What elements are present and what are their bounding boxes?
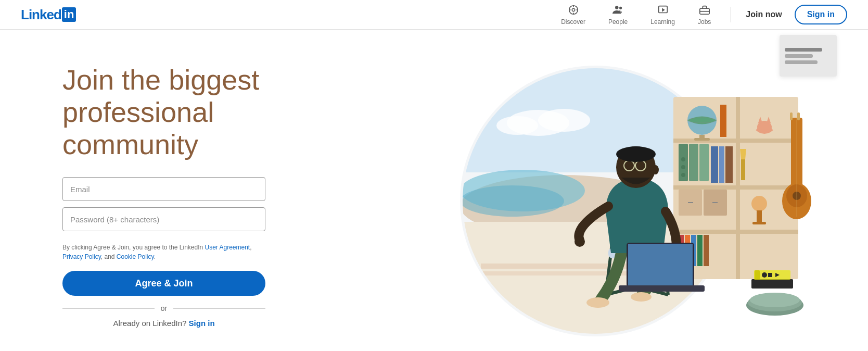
main-illustration xyxy=(377,45,814,336)
svg-point-6 xyxy=(615,6,618,9)
svg-marker-49 xyxy=(740,149,746,159)
learning-icon xyxy=(657,4,669,17)
sign-in-link[interactable]: Sign in xyxy=(189,319,215,328)
logo-box: in xyxy=(62,7,76,22)
email-form-group xyxy=(62,177,291,201)
svg-rect-41 xyxy=(699,144,709,181)
svg-point-17 xyxy=(496,116,538,135)
svg-point-43 xyxy=(681,165,685,169)
password-form-group xyxy=(62,207,291,231)
right-panel xyxy=(323,30,868,351)
header: Linkedin Discover xyxy=(0,0,868,30)
svg-rect-47 xyxy=(725,146,733,183)
svg-point-16 xyxy=(538,109,590,132)
svg-rect-69 xyxy=(751,279,793,289)
logo-text: Linked xyxy=(21,7,61,23)
svg-rect-56 xyxy=(752,222,766,224)
svg-point-88 xyxy=(575,236,585,247)
agree-join-button[interactable]: Agree & Join xyxy=(62,271,265,296)
nav-label-discover: Discover xyxy=(561,18,585,26)
svg-rect-60 xyxy=(697,235,703,266)
svg-point-42 xyxy=(681,157,685,161)
svg-point-87 xyxy=(631,292,652,302)
email-field[interactable] xyxy=(62,177,265,201)
logo: Linkedin xyxy=(21,7,76,23)
nav-item-discover[interactable]: Discover xyxy=(550,0,597,30)
card-line-1 xyxy=(785,48,822,52)
nav-item-learning[interactable]: Learning xyxy=(639,0,686,30)
svg-point-1 xyxy=(572,8,575,11)
svg-rect-72 xyxy=(768,273,772,277)
or-divider: or xyxy=(62,304,265,312)
nav-divider xyxy=(731,7,731,22)
discover-icon xyxy=(568,4,579,17)
nav-label-learning: Learning xyxy=(650,18,675,26)
svg-point-38 xyxy=(760,121,769,130)
headline-line1: Join the biggest xyxy=(62,64,259,95)
svg-rect-48 xyxy=(741,159,745,180)
svg-rect-67 xyxy=(790,112,793,120)
svg-rect-90 xyxy=(628,244,693,285)
sign-in-button[interactable]: Sign in xyxy=(795,5,847,24)
cookie-policy-link[interactable]: Cookie Policy xyxy=(117,253,154,260)
password-field[interactable] xyxy=(62,207,265,231)
svg-rect-55 xyxy=(757,210,762,223)
or-line-left xyxy=(62,308,155,309)
svg-rect-61 xyxy=(704,235,709,266)
user-agreement-link[interactable]: User Agreement xyxy=(205,244,250,251)
svg-rect-34 xyxy=(720,105,726,137)
svg-marker-9 xyxy=(662,8,665,11)
main-content: Join the biggest professional community … xyxy=(0,30,868,351)
or-text: or xyxy=(161,304,167,312)
nav-item-people[interactable]: People xyxy=(597,0,639,30)
svg-point-54 xyxy=(751,196,767,211)
terms-text: By clicking Agree & Join, you agree to t… xyxy=(62,243,265,261)
nav-item-jobs[interactable]: Jobs xyxy=(686,0,722,30)
svg-point-7 xyxy=(619,6,622,9)
card-line-3 xyxy=(785,60,818,64)
svg-point-77 xyxy=(750,293,800,307)
svg-rect-45 xyxy=(711,146,718,183)
jobs-icon xyxy=(699,4,710,17)
or-line-right xyxy=(173,308,265,309)
svg-rect-68 xyxy=(797,112,800,120)
svg-point-20 xyxy=(460,185,564,217)
svg-point-44 xyxy=(681,173,685,177)
floating-card xyxy=(780,35,837,77)
svg-rect-91 xyxy=(619,285,705,292)
card-line-2 xyxy=(785,54,813,58)
nav-label-jobs: Jobs xyxy=(698,18,711,26)
svg-rect-32 xyxy=(694,138,710,141)
svg-rect-40 xyxy=(689,144,698,181)
people-icon xyxy=(612,4,624,17)
svg-rect-74 xyxy=(755,270,760,280)
svg-rect-46 xyxy=(719,146,724,183)
svg-point-86 xyxy=(586,297,609,308)
privacy-policy-link[interactable]: Privacy Policy xyxy=(62,253,101,260)
nav: Discover People Learning xyxy=(550,0,847,30)
svg-point-71 xyxy=(762,272,767,278)
join-now-button[interactable]: Join now xyxy=(739,10,788,19)
svg-point-97 xyxy=(616,146,656,162)
svg-rect-28 xyxy=(736,97,740,279)
headline-line2: professional community xyxy=(62,96,214,160)
left-panel: Join the biggest professional community … xyxy=(0,30,323,351)
already-text: Already on LinkedIn? Sign in xyxy=(62,319,265,328)
headline: Join the biggest professional community xyxy=(62,64,291,160)
nav-label-people: People xyxy=(608,18,628,26)
svg-point-96 xyxy=(653,165,659,174)
